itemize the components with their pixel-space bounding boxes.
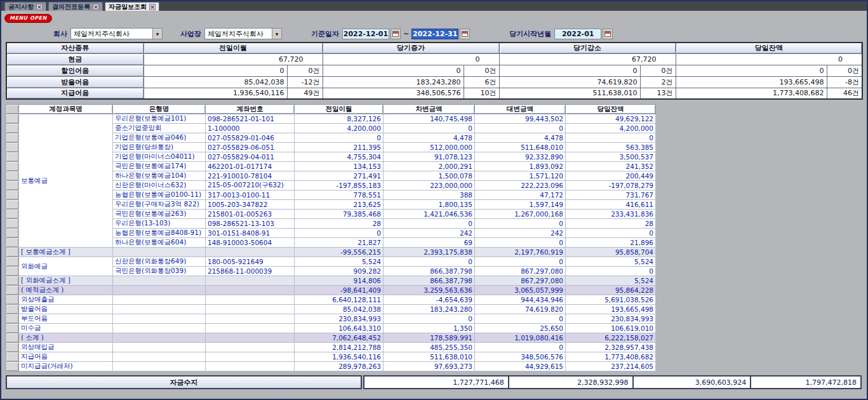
summary-amount-cell: 183,243,280 (323, 76, 464, 88)
row-selector[interactable] (6, 219, 19, 229)
row-selector[interactable] (6, 190, 19, 200)
row-selector[interactable] (6, 324, 19, 333)
account-number-cell (206, 286, 295, 295)
tab-close-icon[interactable]: × (36, 4, 43, 10)
amount-cell: 8,327,126 (295, 114, 384, 124)
row-selector[interactable] (6, 210, 19, 219)
row-selector[interactable] (6, 152, 19, 162)
row-selector[interactable] (6, 305, 19, 314)
chevron-down-icon[interactable]: ▼ (272, 29, 281, 39)
amount-cell: 49,629,122 (566, 114, 656, 124)
summary-count-cell: 13건 (640, 88, 676, 99)
account-number-cell: 221-910010-78104 (206, 171, 295, 181)
calendar-icon[interactable] (603, 29, 613, 39)
account-number-cell: 098-286521-13-103 (206, 219, 295, 229)
calendar-icon[interactable] (460, 29, 470, 39)
summary-amount-cell: 0 (323, 65, 464, 76)
detail-row: 부도어음230,834,99300230,834,993 (6, 314, 656, 324)
base-date-to-input[interactable]: 2022-12-31 (411, 29, 458, 39)
bank-name-cell: 우리은행(13-103) (113, 219, 206, 229)
row-selector[interactable] (6, 295, 19, 305)
menu-open-button[interactable]: MENU OPEN (4, 14, 52, 23)
account-number-cell (206, 362, 295, 371)
row-label-cell: [ 보통예금소계 ] (19, 248, 113, 257)
row-selector[interactable] (6, 162, 19, 171)
amount-cell: 0 (384, 314, 475, 324)
row-selector[interactable] (6, 257, 19, 267)
row-selector[interactable] (6, 314, 19, 324)
amount-cell: -98,641,409 (295, 286, 384, 295)
tab-공지사항[interactable]: 공지사항× (4, 2, 46, 11)
row-selector[interactable] (6, 124, 19, 133)
amount-cell: 0 (295, 229, 384, 238)
detail-body: 보통예금우리은행(보통예금101)098-286521-01-1018,327,… (6, 114, 656, 371)
row-selector[interactable] (6, 248, 19, 257)
summary-amount-cell: 74,619,820 (499, 76, 640, 88)
amount-cell: 242 (384, 229, 475, 238)
row-selector[interactable] (6, 286, 19, 295)
amount-cell: 1,597,149 (475, 200, 566, 210)
amount-cell: 3,259,563,636 (384, 286, 475, 295)
summary-count-cell: 0건 (287, 65, 323, 76)
bank-name-cell: 국민은행(외화통장039) (113, 267, 206, 276)
bank-name-cell: 우리은행(구매자금3억 822) (113, 200, 206, 210)
tab-label: 결의전표등록 (52, 3, 90, 11)
row-selector[interactable] (6, 171, 19, 181)
tab-자금일보조회[interactable]: 자금일보조회× (105, 2, 159, 11)
company-select[interactable]: 제일저지주식회사 ▼ (70, 28, 163, 39)
row-selector[interactable] (6, 343, 19, 352)
account-number-cell: 215868-11-000039 (206, 267, 295, 276)
row-selector[interactable] (6, 133, 19, 143)
row-selector[interactable] (6, 238, 19, 248)
detail-header-row: 계정과목명은행명계좌번호전일이월차변금액대변금액당일잔액 (6, 105, 656, 114)
base-date-from-input[interactable]: 2022-12-01 (342, 29, 389, 39)
amount-cell: -4,654,639 (384, 295, 475, 305)
row-selector[interactable] (6, 352, 19, 362)
row-selector[interactable] (6, 276, 19, 286)
amount-cell: 178,589,991 (384, 333, 475, 343)
summary-amount-cell: 1,773,408,682 (676, 88, 827, 99)
row-selector[interactable] (6, 362, 19, 371)
summary-row: 할인어음00건00건00건00건 (6, 65, 862, 76)
bank-name-cell: 기업은행(마이너스04011) (113, 152, 206, 162)
amount-cell: 1,500,078 (384, 171, 475, 181)
tab-close-icon[interactable]: × (149, 4, 156, 10)
amount-cell: 3,065,057,999 (475, 286, 566, 295)
amount-cell: 4,200,000 (566, 124, 656, 133)
amount-cell: 563,385 (566, 143, 656, 152)
amount-cell: 21,827 (295, 238, 384, 248)
row-label-cell: 외상매출금 (19, 295, 113, 305)
amount-cell: 4,200,000 (295, 124, 384, 133)
amount-cell: -197,078,279 (566, 181, 656, 190)
row-selector[interactable] (6, 200, 19, 210)
tab-결의전표등록[interactable]: 결의전표등록× (48, 2, 103, 11)
row-selector[interactable] (6, 114, 19, 124)
row-selector[interactable] (6, 143, 19, 152)
summary-amount-cell: 348,506,576 (323, 88, 464, 99)
amount-cell: 2,393,175,838 (384, 248, 475, 257)
row-selector[interactable] (6, 333, 19, 343)
period-start-label: 당기시작년월 (509, 29, 551, 39)
period-start-input[interactable]: 2022-01 (554, 29, 601, 39)
amount-cell: 4,478 (384, 133, 475, 143)
detail-row: ( 소계 )7,062,648,452178,589,9911,019,080,… (6, 333, 656, 343)
workplace-select[interactable]: 제일저지주식회사 ▼ (204, 28, 282, 39)
bank-name-cell: 농협은행(보통예금0100-11) (113, 190, 206, 200)
account-number-cell: 027-055829-06-051 (206, 143, 295, 152)
account-number-cell (206, 333, 295, 343)
detail-col-header: 전일이월 (295, 105, 384, 114)
amount-cell: 3,500,537 (566, 152, 656, 162)
amount-cell: 233,431,836 (566, 210, 656, 219)
amount-cell: 348,506,576 (475, 352, 566, 362)
summary-col-header: 당기감소 (499, 43, 676, 53)
row-selector[interactable] (6, 181, 19, 190)
calendar-icon[interactable] (391, 29, 401, 39)
row-selector[interactable] (6, 229, 19, 238)
detail-row: 외상매출금6,640,128,111-4,654,639944,434,9465… (6, 295, 656, 305)
amount-cell: 47,172 (475, 190, 566, 200)
amount-cell: 1,936,540,116 (295, 352, 384, 362)
amount-cell: 134,153 (295, 162, 384, 171)
chevron-down-icon[interactable]: ▼ (152, 29, 162, 39)
tab-close-icon[interactable]: × (93, 4, 99, 10)
row-selector[interactable] (6, 267, 19, 276)
